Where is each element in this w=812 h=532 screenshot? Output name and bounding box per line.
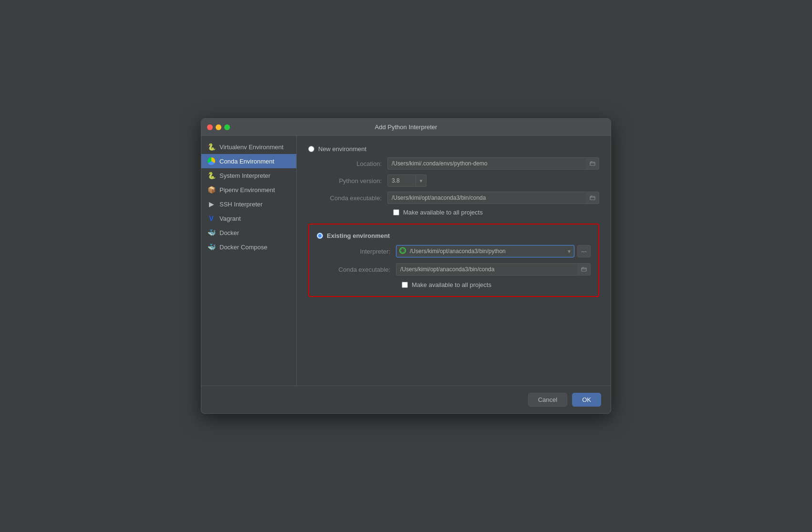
ssh-icon: ▶ — [207, 200, 216, 208]
location-input[interactable] — [387, 157, 586, 170]
python-version-input[interactable] — [387, 174, 416, 187]
sidebar-item-label: Docker — [219, 229, 239, 236]
make-available-row-existing: Make available to all projects — [390, 281, 591, 288]
conda-executable-browse-button-existing[interactable] — [577, 263, 591, 276]
folder-icon — [590, 195, 595, 201]
make-available-row-new: Make available to all projects — [382, 209, 599, 216]
sidebar-item-label: Pipenv Environment — [219, 186, 275, 194]
maximize-button[interactable] — [224, 124, 230, 130]
sidebar-item-ssh[interactable]: ▶ SSH Interpreter — [201, 197, 296, 211]
interpreter-select-wrapper: /Users/kimi/opt/anaconda3/bin/python ▼ — [396, 245, 574, 257]
conda-executable-label-existing: Conda executable: — [328, 266, 390, 273]
python-version-select-group: ▼ — [387, 174, 599, 187]
conda-executable-row-new: Conda executable: — [308, 192, 599, 204]
make-available-checkbox-existing[interactable] — [402, 282, 408, 288]
location-label: Location: — [320, 160, 382, 167]
system-icon: 🐍 — [207, 171, 216, 180]
sidebar-item-conda[interactable]: Conda Environment — [201, 154, 296, 168]
interpreter-label: Interpreter: — [328, 248, 390, 255]
sidebar-item-virtualenv[interactable]: 🐍 Virtualenv Environment — [201, 140, 296, 154]
sidebar-item-label: Virtualenv Environment — [219, 143, 283, 151]
conda-executable-row-existing: Conda executable: — [317, 263, 591, 276]
existing-environment-radio-row[interactable]: Existing environment — [317, 232, 591, 239]
sidebar-item-docker[interactable]: 🐳 Docker — [201, 225, 296, 240]
new-environment-radio-row[interactable]: New environment — [308, 145, 599, 153]
sidebar-item-label: Docker Compose — [219, 244, 267, 251]
vagrant-icon: V — [207, 214, 216, 223]
conda-executable-input-new[interactable] — [387, 192, 586, 204]
sidebar-item-system[interactable]: 🐍 System Interpreter — [201, 168, 296, 183]
interpreter-row: Interpreter: /Users/kimi/opt/anaconda3/b… — [317, 245, 591, 257]
sidebar-item-label: Conda Environment — [219, 158, 274, 165]
svg-rect-2 — [582, 268, 586, 271]
make-available-label-existing: Make available to all projects — [412, 281, 491, 288]
make-available-label-new: Make available to all projects — [403, 209, 483, 216]
pipenv-icon: 📦 — [207, 185, 216, 194]
sidebar-item-vagrant[interactable]: V Vagrant — [201, 211, 296, 225]
interpreter-ellipsis-button[interactable]: ··· — [577, 245, 591, 257]
interpreter-select[interactable]: /Users/kimi/opt/anaconda3/bin/python — [396, 245, 574, 257]
title-bar: Add Python Interpreter — [201, 119, 611, 136]
new-environment-label: New environment — [318, 145, 366, 153]
close-button[interactable] — [207, 124, 213, 130]
new-environment-radio[interactable] — [308, 146, 314, 152]
conda-icon — [207, 157, 216, 165]
python-version-label: Python version: — [320, 177, 382, 184]
docker-compose-icon: 🐳 — [207, 243, 216, 251]
python-version-row: Python version: ▼ — [308, 174, 599, 187]
dialog-footer: Cancel OK — [201, 386, 611, 413]
sidebar-item-label: SSH Interpreter — [219, 201, 262, 208]
python-version-dropdown-button[interactable]: ▼ — [416, 174, 427, 187]
conda-executable-label-new: Conda executable: — [320, 194, 382, 202]
location-input-group — [387, 157, 599, 170]
sidebar-item-label: System Interpreter — [219, 172, 271, 179]
main-content: New environment Location: — [297, 136, 611, 386]
make-available-checkbox-new[interactable] — [393, 209, 399, 215]
existing-environment-label: Existing environment — [327, 232, 390, 239]
folder-icon — [590, 161, 595, 166]
conda-executable-input-group-new — [387, 192, 599, 204]
location-row: Location: — [308, 157, 599, 170]
existing-environment-section: Existing environment Interpreter: /Users… — [308, 224, 599, 297]
conda-executable-input-existing[interactable] — [396, 263, 577, 276]
sidebar-item-pipenv[interactable]: 📦 Pipenv Environment — [201, 183, 296, 197]
virtualenv-icon: 🐍 — [207, 143, 216, 151]
existing-environment-radio[interactable] — [317, 233, 323, 239]
new-environment-section: New environment Location: — [308, 145, 599, 216]
traffic-lights — [207, 124, 230, 130]
sidebar-item-docker-compose[interactable]: 🐳 Docker Compose — [201, 240, 296, 254]
sidebar-item-label: Vagrant — [219, 215, 241, 222]
add-python-interpreter-dialog: Add Python Interpreter 🐍 Virtualenv Envi… — [201, 118, 611, 414]
dialog-body: 🐍 Virtualenv Environment Conda Environme… — [201, 136, 611, 386]
folder-icon — [581, 266, 587, 272]
minimize-button[interactable] — [216, 124, 221, 130]
svg-rect-0 — [590, 162, 595, 165]
location-browse-button[interactable] — [586, 157, 599, 170]
svg-rect-1 — [590, 196, 595, 200]
docker-icon: 🐳 — [207, 228, 216, 237]
sidebar: 🐍 Virtualenv Environment Conda Environme… — [201, 136, 297, 386]
cancel-button[interactable]: Cancel — [528, 393, 567, 407]
ok-button[interactable]: OK — [572, 393, 601, 407]
dialog-title: Add Python Interpreter — [375, 123, 437, 131]
conda-executable-browse-button-new[interactable] — [586, 192, 599, 204]
interpreter-select-group: /Users/kimi/opt/anaconda3/bin/python ▼ ·… — [396, 245, 591, 257]
conda-executable-input-group-existing — [396, 263, 591, 276]
